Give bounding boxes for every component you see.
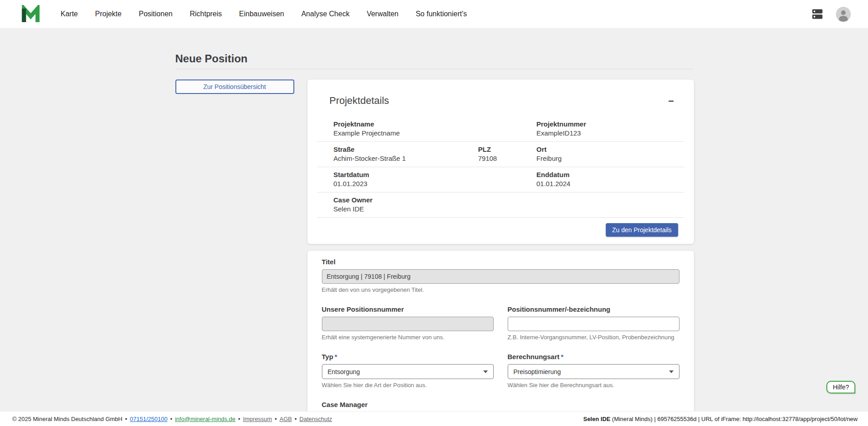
field-label: Straße <box>334 145 478 154</box>
positionsnummer-label: Positionsnummer/-bezeichnung <box>508 305 679 313</box>
separator-dot: • <box>238 416 241 422</box>
collapse-icon[interactable]: – <box>668 96 674 106</box>
separator-dot: • <box>275 416 277 422</box>
field-projektname: Projektname Example Projectname <box>317 117 537 142</box>
separator-dot: • <box>170 416 172 422</box>
unsere-positionsnummer-field: Unsere Positionsnummer Erhält eine syste… <box>322 305 494 341</box>
position-form-card: Titel Erhält den von uns vorgegebenen Ti… <box>307 251 694 411</box>
separator-dot: • <box>295 416 297 422</box>
nav-item-richtpreis[interactable]: Richtpreis <box>190 10 222 18</box>
separator-dot: • <box>125 416 127 422</box>
chevron-down-icon <box>483 370 488 373</box>
help-button[interactable]: Hilfe? <box>826 381 855 393</box>
field-label: Startdatum <box>334 170 537 179</box>
field-value: Selen IDE <box>334 205 684 214</box>
field-value: Freiburg <box>537 154 684 163</box>
footer-link-email[interactable]: info@mineral-minds.de <box>175 416 236 422</box>
project-details-card: Projektdetails – Projektname Example Pro… <box>307 80 694 244</box>
nav-item-positionen[interactable]: Positionen <box>139 10 173 18</box>
typ-select-value: Entsorgung <box>328 368 360 375</box>
nav-item-karte[interactable]: Karte <box>61 10 78 18</box>
footer-link-phone[interactable]: 07151/250100 <box>130 416 167 422</box>
title-divider <box>175 69 693 69</box>
go-to-project-details-button[interactable]: Zu den Projektdetails <box>606 223 678 237</box>
case-manager-label: Case Manager <box>322 401 494 408</box>
titel-input <box>322 269 679 284</box>
positionsnummer-input[interactable] <box>508 317 679 331</box>
required-asterisk: * <box>335 353 337 360</box>
field-value: ExampleID123 <box>537 129 684 138</box>
nav-item-einbauweisen[interactable]: Einbauweisen <box>239 10 284 18</box>
positionsnummer-field: Positionsnummer/-bezeichnung Z.B. Intern… <box>508 305 679 341</box>
field-label: Case Owner <box>334 196 684 205</box>
titel-label: Titel <box>322 258 679 266</box>
field-value: Achim-Stocker-Straße 1 <box>334 154 478 163</box>
field-label: PLZ <box>478 145 537 154</box>
table-row: Straße Achim-Stocker-Straße 1 PLZ 79108 … <box>317 142 684 167</box>
field-label: Projektname <box>334 120 537 129</box>
typ-select[interactable]: Entsorgung <box>322 364 494 379</box>
field-label: Projektnummer <box>537 120 684 129</box>
nav-item-so-funktionierts[interactable]: So funktioniert's <box>415 10 467 18</box>
typ-field: Typ* Entsorgung Wählen Sie hier die Art … <box>322 353 494 389</box>
unsere-positionsnummer-label: Unsere Positionsnummer <box>322 305 494 313</box>
field-startdatum: Startdatum 01.01.2023 <box>317 167 537 192</box>
berechnungsart-select[interactable]: Preisoptimierung <box>508 364 679 379</box>
unsere-positionsnummer-help-text: Erhält eine systemgenerierte Nummer von … <box>322 334 494 341</box>
field-enddatum: Enddatum 01.01.2024 <box>537 167 684 192</box>
nav-item-verwalten[interactable]: Verwalten <box>367 10 398 18</box>
table-row: Startdatum 01.01.2023 Enddatum 01.01.202… <box>317 167 684 192</box>
unsere-positionsnummer-input <box>322 317 494 331</box>
field-plz: PLZ 79108 <box>478 142 537 167</box>
page-title: Neue Position <box>175 51 693 66</box>
case-manager-field: Case Manager <box>322 401 494 411</box>
user-avatar-icon[interactable] <box>836 7 851 22</box>
field-value: 79108 <box>478 154 537 163</box>
table-row: Case Owner Selen IDE <box>317 192 684 218</box>
field-value: Example Projectname <box>334 129 537 138</box>
main-content: Neue Position Zur Positionsübersicht Pro… <box>0 28 868 411</box>
footer-link-datenschutz[interactable]: Datenschutz <box>299 416 332 422</box>
back-to-positions-button[interactable]: Zur Positionsübersicht <box>175 80 294 94</box>
positionsnummer-help-text: Z.B. Interne-Vorgangsnummer, LV-Position… <box>508 334 679 341</box>
field-ort: Ort Freiburg <box>537 142 684 167</box>
typ-help-text: Wählen Sie hier die Art der Position aus… <box>322 382 494 389</box>
typ-label-text: Typ <box>322 353 334 360</box>
copyright-text: © 2025 Mineral Minds Deutschland GmbH <box>12 416 123 422</box>
field-label: Enddatum <box>537 170 684 179</box>
berechnungsart-field: Berechnungsart* Preisoptimierung Wählen … <box>508 353 679 389</box>
session-user: Selen IDE <box>583 416 610 422</box>
page-footer: © 2025 Mineral Minds Deutschland GmbH • … <box>0 411 868 426</box>
project-details-table: Projektname Example Projectname Projektn… <box>317 117 684 218</box>
nav-item-analyse-check[interactable]: Analyse Check <box>301 10 349 18</box>
chevron-down-icon <box>669 370 674 373</box>
project-details-heading: Projektdetails <box>330 94 389 108</box>
session-details: (Mineral Minds) | 69576255536d | URL of … <box>610 416 858 422</box>
session-info: Selen IDE (Mineral Minds) | 69576255536d… <box>583 416 858 422</box>
field-label: Ort <box>537 145 684 154</box>
field-value: 01.01.2023 <box>334 179 537 188</box>
footer-link-agb[interactable]: AGB <box>279 416 292 422</box>
berechnungsart-label-text: Berechnungsart <box>508 353 560 360</box>
table-row: Projektname Example Projectname Projektn… <box>317 117 684 142</box>
berechnungsart-help-text: Wählen Sie hier die Berechnungsart aus. <box>508 382 679 389</box>
top-navbar: Karte Projekte Positionen Richtpreis Ein… <box>0 0 868 28</box>
server-icon[interactable] <box>811 7 824 21</box>
required-asterisk: * <box>561 353 564 360</box>
main-nav: Karte Projekte Positionen Richtpreis Ein… <box>61 10 467 18</box>
berechnungsart-label: Berechnungsart* <box>508 353 679 360</box>
berechnungsart-select-value: Preisoptimierung <box>514 368 561 375</box>
field-strasse: Straße Achim-Stocker-Straße 1 <box>317 142 478 167</box>
nav-item-projekte[interactable]: Projekte <box>95 10 122 18</box>
field-case-owner: Case Owner Selen IDE <box>317 192 684 218</box>
footer-link-impressum[interactable]: Impressum <box>243 416 272 422</box>
navbar-right <box>811 7 851 22</box>
field-value: 01.01.2024 <box>537 179 684 188</box>
app-logo-icon[interactable] <box>21 5 41 23</box>
field-projektnummer: Projektnummer ExampleID123 <box>537 117 684 142</box>
titel-help-text: Erhält den von uns vorgegebenen Titel. <box>322 286 679 294</box>
typ-label: Typ* <box>322 353 494 360</box>
footer-left: © 2025 Mineral Minds Deutschland GmbH • … <box>12 416 332 422</box>
